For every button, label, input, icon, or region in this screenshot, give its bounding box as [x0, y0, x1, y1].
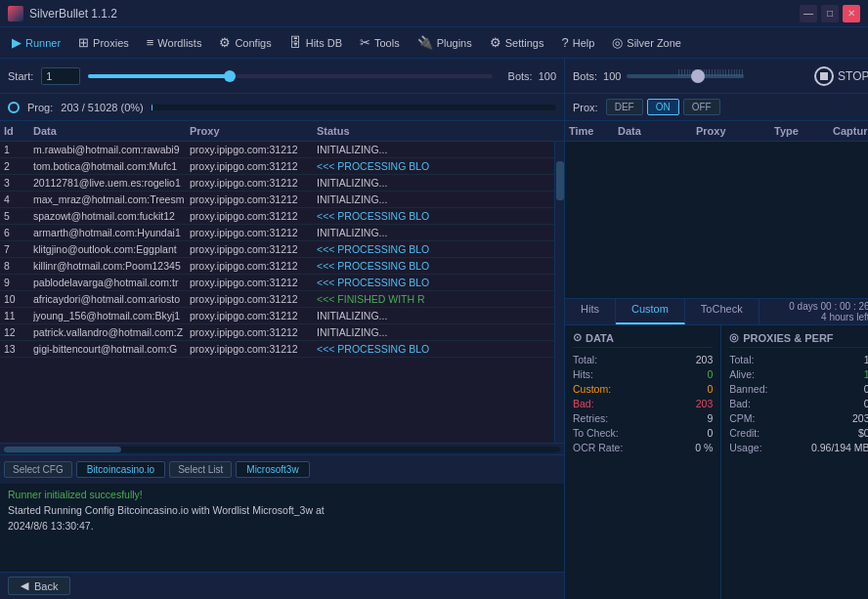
prog-radio[interactable] — [8, 102, 20, 113]
minimize-button[interactable]: — — [800, 5, 817, 22]
menu-runner[interactable]: ▶ Runner — [4, 31, 68, 54]
menu-hitsdb[interactable]: 🗄 Hits DB — [282, 31, 350, 54]
prox-alive: Alive: 1 — [729, 368, 868, 380]
table-row[interactable]: 2 tom.botica@hotmail.com:Mufc1 proxy.ipi… — [0, 158, 554, 175]
timer-info: 0 days 00 : 00 : 26 4 hours left — [781, 299, 868, 324]
list-value: Microsoft3w — [236, 461, 309, 478]
bots-label: Bots: — [508, 70, 533, 82]
prox-label: Prox: — [573, 102, 598, 113]
menu-wordlists-label: Wordlists — [157, 37, 201, 49]
table-vertical-scrollbar[interactable] — [554, 142, 564, 443]
prox-bad: Bad: 0 — [729, 398, 868, 409]
table-row[interactable]: 7 klitgjino@outlook.com:Eggplant proxy.i… — [0, 241, 554, 258]
bots-section: Bots: 100 — [508, 70, 556, 82]
menu-tools[interactable]: ✂ Tools — [352, 31, 408, 54]
scrollbar-track — [4, 447, 560, 452]
progress-fill — [152, 105, 153, 110]
hitsdb-icon: 🗄 — [289, 35, 302, 50]
back-button[interactable]: ◀ Back — [8, 577, 70, 595]
table-row[interactable]: 10 africaydori@hotmail.com:ariosto proxy… — [0, 291, 554, 308]
menu-help[interactable]: ? Help — [553, 31, 602, 54]
table-row[interactable]: 1 m.rawabi@hotmail.com:rawabi9 proxy.ipi… — [0, 142, 554, 158]
bots-value: 100 — [539, 70, 556, 82]
menu-settings-label: Settings — [505, 37, 544, 49]
select-cfg-button[interactable]: Select CFG — [4, 461, 72, 478]
bots-label-right: Bots: — [573, 70, 597, 82]
table-row[interactable]: 3 20112781@live.uem.es:rogelio1 proxy.ip… — [0, 175, 554, 192]
select-list-button[interactable]: Select List — [169, 461, 232, 478]
stat-bad: Bad: 203 — [573, 398, 713, 409]
prox-on-button[interactable]: ON — [647, 99, 679, 115]
prox-controls: Prox: DEF ON OFF — [565, 94, 868, 121]
data-table-container: Id Data Proxy Status 1 m.rawabi@hotmail.… — [0, 121, 564, 454]
tab-custom[interactable]: Custom — [616, 299, 685, 324]
menu-runner-label: Runner — [25, 37, 61, 49]
bots-slider-bg: |||||||||||||||||||||||| — [627, 74, 744, 78]
runner-controls: Start: Bots: 100 — [0, 59, 564, 94]
stat-ocrrate: OCR Rate: 0 % — [573, 442, 713, 453]
cfg-value: Bitcoincasino.io — [76, 461, 165, 478]
table-row[interactable]: 9 pablodelavarga@hotmail.com:tr proxy.ip… — [0, 275, 554, 291]
table-horizontal-scrollbar[interactable] — [0, 443, 564, 454]
proxies-stats-title: ◎ PROXIES & PERF — [729, 331, 868, 348]
scrollbar-thumb — [4, 447, 121, 452]
table-row[interactable]: 11 jyoung_156@hotmail.com:Bkyj1 proxy.ip… — [0, 308, 554, 324]
hit-col-proxy: Proxy — [696, 125, 774, 137]
start-input[interactable] — [41, 67, 80, 85]
maximize-button[interactable]: □ — [821, 5, 839, 22]
progress-slider[interactable] — [88, 74, 492, 78]
app-title: SilverBullet 1.1.2 — [29, 7, 800, 21]
stat-hits: Hits: 0 — [573, 368, 713, 380]
table-row[interactable]: 5 spazowt@hotmail.com:fuckit12 proxy.ipi… — [0, 208, 554, 225]
title-bar: SilverBullet 1.1.2 — □ ✕ — [0, 0, 868, 27]
menu-plugins[interactable]: 🔌 Plugins — [410, 31, 480, 54]
menu-plugins-label: Plugins — [437, 37, 472, 49]
prox-toggle-group: DEF ON OFF — [606, 99, 720, 115]
menu-silverzone[interactable]: ◎ Silver Zone — [604, 31, 689, 54]
back-btn-row: ◀ Back — [0, 572, 564, 599]
title-bar-controls: — □ ✕ — [800, 5, 860, 22]
table-row[interactable]: 13 gigi-bittencourt@hotmail.com:G proxy.… — [0, 341, 554, 358]
progress-track — [152, 105, 556, 110]
bottom-controls: Select CFG Bitcoincasino.io Select List … — [0, 454, 564, 484]
hit-table-header: Time Data Proxy Type Capture — [565, 121, 868, 142]
left-panel: Start: Bots: 100 Prog: 203 / 51028 (0%) … — [0, 59, 565, 599]
tab-tocheck[interactable]: ToCheck — [685, 299, 760, 324]
table-row[interactable]: 8 killinr@hotmail.com:Poom12345 proxy.ip… — [0, 258, 554, 275]
table-row[interactable]: 12 patrick.vallandro@hotmail.com:Z proxy… — [0, 324, 554, 341]
timer-hours: 4 hours left — [821, 312, 868, 322]
data-stats-title: ⊙ DATA — [573, 331, 713, 348]
menu-configs[interactable]: ⚙ Configs — [211, 31, 279, 54]
hit-col-capture: Capture — [833, 125, 868, 137]
configs-icon: ⚙ — [219, 35, 231, 50]
prox-off-button[interactable]: OFF — [683, 99, 720, 115]
log-line-1: Runner initialized succesfully! — [8, 488, 556, 503]
menu-wordlists[interactable]: ≡ Wordlists — [139, 31, 210, 54]
bots-value-right: 100 — [603, 70, 621, 82]
close-button[interactable]: ✕ — [843, 5, 860, 22]
data-stats-panel: ⊙ DATA Total: 203 Hits: 0 Custom: 0 Bad: — [565, 325, 721, 599]
right-top-controls: Bots: 100 |||||||||||||||||||||||| — [565, 59, 868, 94]
plugins-icon: 🔌 — [417, 35, 433, 50]
table-row[interactable]: 4 max_mraz@hotmail.com:Treesm proxy.ipip… — [0, 192, 554, 208]
hit-col-data: Data — [618, 125, 696, 137]
col-status: Status — [317, 125, 560, 137]
scroll-thumb — [556, 161, 564, 200]
menu-proxies[interactable]: ⊞ Proxies — [70, 31, 137, 54]
menu-settings[interactable]: ⚙ Settings — [482, 31, 552, 54]
prox-def-button[interactable]: DEF — [606, 99, 643, 115]
proxies-stats-icon: ◎ — [729, 331, 739, 344]
right-panel: Bots: 100 |||||||||||||||||||||||| — [565, 59, 868, 599]
table-with-scroll: 1 m.rawabi@hotmail.com:rawabi9 proxy.ipi… — [0, 142, 564, 443]
stat-tocheck: To Check: 0 — [573, 427, 713, 439]
proxies-icon: ⊞ — [78, 35, 89, 50]
content-area: Start: Bots: 100 Prog: 203 / 51028 (0%) … — [0, 59, 868, 599]
tab-hits[interactable]: Hits — [565, 299, 616, 324]
stop-button[interactable]: STOP — [814, 66, 868, 86]
log-line-2: Started Running Config Bitcoincasino.io … — [8, 503, 556, 519]
bots-slider[interactable]: |||||||||||||||||||||||| — [627, 66, 744, 86]
hit-table-body — [565, 142, 868, 298]
table-row[interactable]: 6 armarth@hotmail.com:Hyundai1 proxy.ipi… — [0, 225, 554, 241]
bots-slider-thumb — [691, 69, 705, 83]
menu-proxies-label: Proxies — [93, 37, 129, 49]
